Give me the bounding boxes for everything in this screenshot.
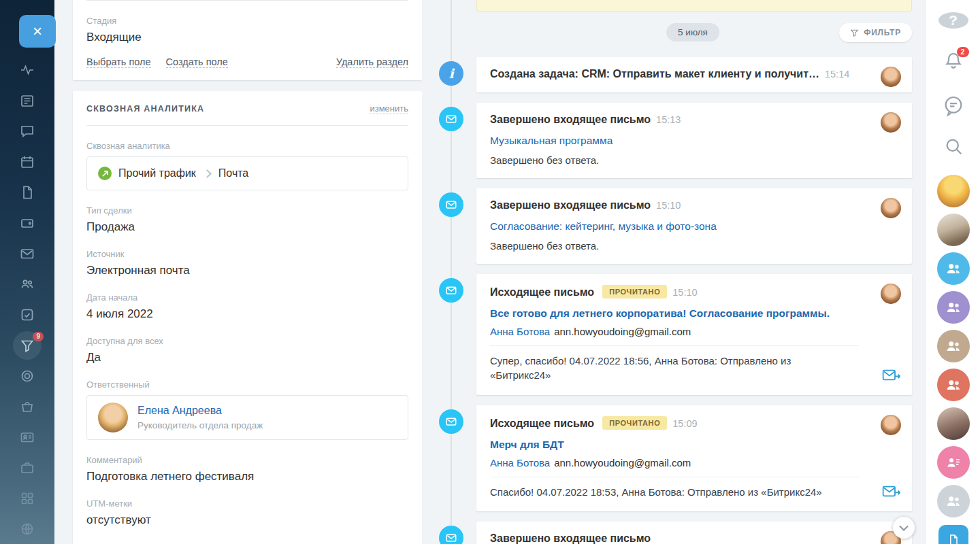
timeline-entry: Исходящее письмоПРОЧИТАНО15:09 Мерч для … <box>476 405 912 511</box>
group-avatar[interactable] <box>937 252 970 285</box>
field-label: Ответственный <box>86 379 408 390</box>
company-icon[interactable] <box>19 460 35 476</box>
traffic-source-value: Прочий трафик <box>118 167 196 180</box>
delete-section-link[interactable]: Удалить раздел <box>336 56 408 68</box>
timeline-entry: Завершено входящее письмо15:13 Музыкальн… <box>476 103 912 178</box>
avatar <box>881 112 901 133</box>
avatar <box>98 403 128 432</box>
bitrix-crm-window: × 9 Стадия Вход <box>0 0 980 544</box>
read-badge: ПРОЧИТАНО <box>602 416 667 430</box>
divider <box>86 125 408 126</box>
responsible-name-link[interactable]: Елена Андреева <box>137 405 263 417</box>
mail-icon <box>439 107 463 131</box>
people-icon <box>945 337 962 355</box>
sender-name-link[interactable]: Анна Ботова <box>490 326 550 337</box>
entry-time: 15:10 <box>656 200 681 211</box>
chevron-right-icon <box>203 169 212 178</box>
entry-time: 15:10 <box>672 287 697 298</box>
app-shortcut-button[interactable] <box>938 525 968 544</box>
comment-field: Комментарий Подготовка летнего фестиваля <box>86 455 408 483</box>
traffic-channel-value: Почта <box>218 167 248 180</box>
mail-subject-link[interactable]: Все готово для летнего корпоратива! Согл… <box>490 307 830 320</box>
start-date-field: Дата начала 4 июля 2022 <box>86 292 408 321</box>
timeline-entry: Исходящее письмоПРОЧИТАНО15:10 Все готов… <box>476 274 912 395</box>
store-icon[interactable] <box>19 398 35 415</box>
close-icon: × <box>33 23 42 39</box>
source-field: Источник Электронная почта <box>86 249 408 277</box>
mail-subject-link[interactable]: Согласование: кейтеринг, музыка и фото-з… <box>490 220 717 233</box>
user-avatar[interactable] <box>937 175 970 207</box>
responsible-role: Руководитель отдела продаж <box>137 420 263 430</box>
entry-title: Завершено входящее письмо <box>490 114 651 125</box>
avatar <box>881 198 901 218</box>
documents-icon[interactable] <box>19 184 35 201</box>
field-value: Подготовка летнего фестиваля <box>86 470 408 483</box>
calendar-icon[interactable] <box>19 154 35 170</box>
contact-avatar[interactable] <box>937 446 970 479</box>
mail-body: Спасибо! 04.07.2022 18:53, Анна Ботова: … <box>490 485 898 499</box>
feed-icon[interactable] <box>19 62 35 78</box>
user-avatar[interactable] <box>937 407 970 440</box>
group-avatar[interactable] <box>937 330 970 362</box>
avatar <box>881 415 901 435</box>
traffic-widget[interactable]: Прочий трафик Почта <box>86 156 408 190</box>
info-icon: i <box>439 61 463 86</box>
mail-subject-link[interactable]: Музыкальная программа <box>490 135 612 147</box>
marketing-icon[interactable] <box>19 368 35 384</box>
mail-icon <box>439 192 463 217</box>
entry-title: Создана задача: CRM: Отправить макет кли… <box>490 68 819 80</box>
avatar <box>881 67 901 87</box>
timeline-list: i Создана задача: CRM: Отправить макет к… <box>422 0 926 544</box>
people-icon <box>945 492 962 510</box>
right-rail: ? 2 <box>926 0 980 544</box>
mail-icon[interactable] <box>19 245 35 262</box>
entry-time: 15:13 <box>656 114 681 125</box>
stage-card: Стадия Входящие Выбрать поле Создать пол… <box>73 0 422 80</box>
group-avatar[interactable] <box>937 291 970 324</box>
field-value: Электронная почта <box>86 264 408 277</box>
close-menu-button[interactable]: × <box>19 15 56 48</box>
send-mail-icon[interactable] <box>882 368 901 386</box>
main-sidebar: × 9 <box>0 0 54 544</box>
field-label: Сквозная аналитика <box>86 141 408 151</box>
mail-icon <box>439 278 463 303</box>
timeline-entry: Завершено входящее письмо <box>476 522 912 544</box>
entry-title: Завершено входящее письмо <box>490 532 651 544</box>
mail-icon <box>439 526 463 544</box>
messenger-icon[interactable] <box>19 123 35 139</box>
apps-icon[interactable] <box>19 490 35 507</box>
timeline-entry: i Создана задача: CRM: Отправить макет к… <box>476 57 912 92</box>
user-avatar[interactable] <box>937 485 970 517</box>
send-mail-icon[interactable] <box>882 484 901 502</box>
field-label: Источник <box>86 249 408 259</box>
news-icon[interactable] <box>19 92 35 109</box>
field-label: UTM-метки <box>86 498 408 509</box>
edit-section-link[interactable]: изменить <box>370 103 408 114</box>
tasks-icon[interactable] <box>19 307 35 323</box>
entry-note: Завершено без ответа. <box>490 240 898 252</box>
search-button[interactable] <box>943 136 964 159</box>
notifications-button[interactable]: 2 <box>943 50 964 73</box>
drive-icon[interactable] <box>19 215 35 231</box>
field-actions: Выбрать поле Создать поле Удалить раздел <box>86 56 408 68</box>
chevron-down-icon <box>899 525 909 531</box>
entry-note: Завершено без ответа. <box>490 154 898 166</box>
timeline-entry: Завершено входящее письмо15:10 Согласова… <box>476 188 912 264</box>
crm-icon[interactable]: 9 <box>19 337 35 354</box>
sender-name-link[interactable]: Анна Ботова <box>490 457 550 469</box>
group-avatar[interactable] <box>937 369 970 401</box>
create-field-link[interactable]: Создать поле <box>166 56 228 68</box>
sites-icon[interactable] <box>19 521 35 537</box>
chat-icon <box>942 94 965 117</box>
user-avatar[interactable] <box>937 214 970 246</box>
mail-subject-link[interactable]: Мерч для БДТ <box>490 439 564 451</box>
groups-icon[interactable] <box>19 276 35 292</box>
select-field-link[interactable]: Выбрать поле <box>86 56 151 68</box>
scroll-down-button[interactable] <box>893 517 915 539</box>
person-card-icon <box>945 454 962 471</box>
field-value: 4 июля 2022 <box>86 307 408 321</box>
deal-details-panel: Стадия Входящие Выбрать поле Создать пол… <box>54 0 422 544</box>
contact-center-icon[interactable] <box>19 429 35 445</box>
messenger-button[interactable] <box>942 94 965 120</box>
help-button[interactable]: ? <box>938 12 968 29</box>
